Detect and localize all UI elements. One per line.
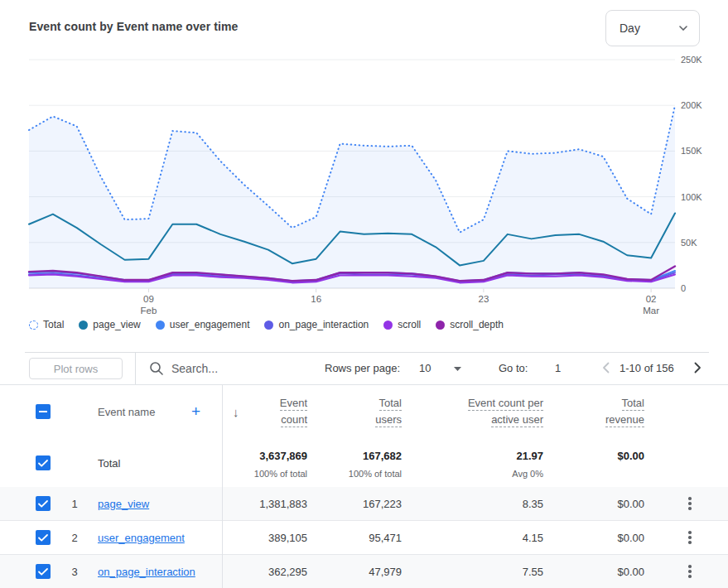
search-icon (149, 361, 164, 376)
cell-event-count-per-active-user: 8.35 (523, 487, 543, 520)
event-name-link[interactable]: user_engagement (98, 521, 185, 554)
cell-total-users: 95,471 (369, 521, 402, 554)
legend-item-on_page_interaction: on_page_interaction (264, 319, 369, 330)
table-row: 2user_engagement389,10595,4714.15$0.00 (0, 521, 728, 555)
timeseries-chart: 050K100K150K200K250K09Feb162302Mar (0, 50, 728, 319)
cell-total-revenue: $0.00 (617, 487, 644, 520)
svg-text:16: 16 (311, 294, 321, 304)
cell-total-users: 167,223 (363, 487, 402, 520)
legend-item-scroll: scroll (383, 319, 421, 330)
event-name-link[interactable]: on_page_interaction (98, 555, 195, 588)
svg-text:250K: 250K (681, 55, 702, 65)
chart-legend: Totalpage_viewuser_engagementon_page_int… (29, 318, 504, 331)
rows-per-page-label: Rows per page: (325, 352, 400, 384)
row-menu-icon[interactable] (684, 521, 696, 554)
add-dimension-icon[interactable]: + (191, 384, 200, 439)
row-menu-icon[interactable] (684, 487, 696, 520)
cell-event-count-per-active-user: 7.55 (523, 555, 543, 588)
legend-label: user_engagement (170, 319, 250, 330)
granularity-value: Day (620, 22, 640, 35)
table-header-row: Event name + ↓ Event count Total users E… (0, 384, 728, 439)
column-header-event-count[interactable]: Event count (280, 395, 307, 428)
legend-swatch-icon (156, 321, 165, 330)
cell-total-revenue: $0.00 (617, 555, 644, 588)
svg-text:09: 09 (143, 294, 154, 304)
svg-text:Mar: Mar (643, 306, 659, 316)
table-row: 1page_view1,381,883167,2238.35$0.00 (0, 487, 728, 521)
legend-swatch-dashed-icon (29, 321, 38, 330)
page-title: Event count by Event name over time (29, 20, 238, 33)
toolbar-divider (135, 352, 136, 384)
svg-text:Feb: Feb (141, 306, 157, 316)
goto-page-input[interactable]: 1 (555, 352, 561, 384)
goto-label: Go to: (499, 352, 528, 384)
dropdown-arrow-icon[interactable] (454, 367, 461, 371)
next-page-icon[interactable] (694, 362, 701, 374)
row-checkbox[interactable] (36, 496, 51, 514)
total-row-checkbox[interactable] (36, 455, 51, 474)
row-index: 1 (66, 487, 83, 520)
select-all-checkbox[interactable] (36, 404, 51, 422)
svg-text:200K: 200K (681, 100, 702, 110)
legend-item-scroll_depth: scroll_depth (436, 319, 504, 330)
plot-rows-button[interactable]: Plot rows (29, 358, 123, 379)
legend-item-page_view: page_view (79, 319, 140, 330)
svg-text:02: 02 (646, 294, 657, 304)
table-body: 1page_view1,381,883167,2238.35$0.002user… (0, 487, 728, 588)
row-checkbox[interactable] (36, 564, 51, 582)
svg-text:0: 0 (681, 283, 686, 293)
total-event-count-per-active-user: 21.97 Avg 0% (512, 450, 543, 479)
table-column-divider (222, 384, 223, 588)
chevron-down-icon (679, 26, 687, 31)
search-input[interactable]: Search... (171, 352, 271, 384)
legend-label: scroll_depth (450, 319, 504, 330)
legend-label: Total (43, 319, 64, 330)
total-event-count: 3,637,869 100% of total (254, 450, 307, 479)
column-header-total-users[interactable]: Total users (375, 395, 402, 428)
row-index: 3 (66, 555, 83, 588)
legend-label: on_page_interaction (278, 319, 369, 330)
legend-swatch-icon (264, 321, 273, 330)
table-total-row: Total 3,637,869 100% of total 167,682 10… (0, 439, 728, 487)
prev-page-icon (602, 362, 610, 374)
sort-descending-icon[interactable]: ↓ (233, 384, 239, 439)
svg-text:50K: 50K (681, 238, 697, 248)
total-users: 167,682 100% of total (349, 450, 402, 479)
row-menu-icon[interactable] (684, 555, 696, 588)
table-toolbar: Plot rows Search... Rows per page: 10 Go… (0, 352, 728, 384)
cell-total-users: 47,979 (369, 555, 402, 588)
legend-swatch-icon (79, 321, 88, 330)
pagination-range: 1-10 of 156 (620, 352, 674, 384)
legend-label: scroll (398, 319, 421, 330)
column-header-total-revenue[interactable]: Total revenue (605, 395, 644, 428)
cell-event-count: 1,381,883 (259, 487, 307, 520)
svg-text:150K: 150K (681, 146, 702, 156)
legend-item-user_engagement: user_engagement (156, 319, 250, 330)
cell-event-count-per-active-user: 4.15 (523, 521, 543, 554)
event-name-link[interactable]: page_view (98, 487, 149, 520)
column-header-event-count-per-active-user[interactable]: Event count per active user (468, 395, 543, 428)
table-row: 3on_page_interaction362,29547,9797.55$0.… (0, 555, 728, 588)
row-checkbox[interactable] (36, 530, 51, 548)
svg-text:100K: 100K (681, 192, 702, 202)
total-row-label: Total (98, 439, 120, 487)
cell-event-count: 362,295 (268, 555, 307, 588)
svg-text:23: 23 (478, 294, 489, 304)
row-index: 2 (66, 521, 83, 554)
rows-per-page-select[interactable]: 10 (419, 352, 431, 384)
cell-total-revenue: $0.00 (617, 521, 644, 554)
granularity-select[interactable]: Day (605, 10, 700, 46)
legend-swatch-icon (383, 321, 393, 330)
legend-label: page_view (93, 319, 140, 330)
legend-swatch-icon (436, 321, 445, 330)
cell-event-count: 389,105 (268, 521, 307, 554)
column-header-event-name[interactable]: Event name (98, 384, 155, 439)
total-revenue: $0.00 (617, 450, 644, 462)
legend-item-total: Total (29, 319, 64, 330)
